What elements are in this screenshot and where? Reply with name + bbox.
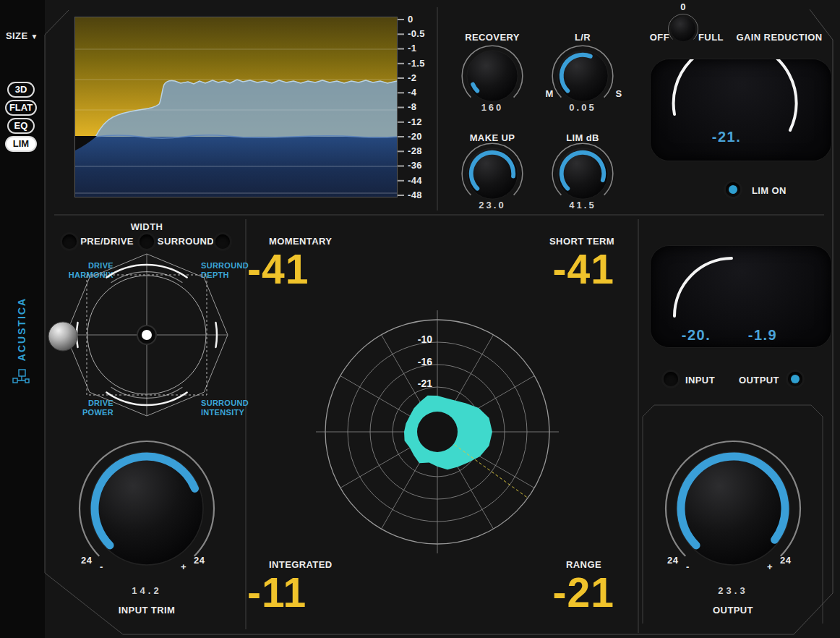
db-tick: -36 [408, 160, 422, 171]
plugin-window: SIZE ▼ 3D FLAT EQ LIM ACUSTICA [0, 0, 840, 638]
pre-drive-led[interactable] [62, 234, 77, 249]
short-term-value: -41 [499, 249, 614, 290]
output-value: 23.3 [690, 585, 776, 596]
lr-value: 0.05 [532, 102, 633, 113]
integrated-value: -11 [247, 572, 307, 613]
gain-reduction-value: -21. [680, 129, 773, 145]
input-trim-max: 24 [194, 555, 205, 566]
mode-button-3d[interactable]: 3D [7, 82, 35, 98]
lim-on-label: LIM ON [752, 185, 787, 196]
gain-reduction-title: GAIN REDUCTION [732, 32, 826, 43]
gr-full-label: FULL [698, 32, 734, 43]
output-min: 24 [667, 555, 678, 566]
makeup-knob[interactable] [460, 141, 525, 206]
db-tick: -8 [408, 101, 416, 112]
size-label: SIZE [6, 30, 28, 41]
range-label: RANGE [500, 559, 601, 570]
io-meter-out-value: -1.9 [727, 327, 799, 344]
mode-button-flat[interactable]: FLAT [5, 100, 37, 116]
db-tick: -48 [408, 190, 422, 200]
width-title: WIDTH [118, 221, 176, 232]
lim-on-led[interactable] [726, 182, 740, 197]
db-tick: -28 [408, 145, 422, 156]
db-tick: -4 [408, 87, 416, 98]
db-tick: -12 [408, 116, 422, 127]
brand-logo-text: ACUSTICA [16, 286, 27, 373]
mode-button-eq[interactable]: EQ [7, 118, 35, 134]
db-tick: 0 [408, 14, 413, 25]
limdb-value: 41.5 [532, 200, 633, 210]
io-meter: -20. -1.9 [651, 246, 831, 347]
recovery-label: RECOVERY [442, 32, 543, 43]
loudness-history-display [75, 17, 397, 197]
input-trim-value: 14.2 [103, 585, 190, 596]
momentary-value: -41 [247, 249, 309, 290]
input-trim-label: INPUT TRIM [103, 605, 190, 616]
db-tick: -1.5 [408, 58, 425, 69]
size-control[interactable]: SIZE ▼ [6, 30, 38, 41]
width-metal-knob [48, 322, 77, 351]
surround-led[interactable] [215, 234, 230, 249]
lr-max-label: S [612, 88, 626, 99]
recovery-knob[interactable] [460, 43, 525, 109]
io-meter-in-value: -20. [660, 327, 732, 344]
short-term-label: SHORT TERM [513, 236, 614, 247]
width-center-led[interactable] [140, 234, 154, 249]
db-tick: -44 [408, 175, 422, 186]
brand-logo-icon [12, 365, 31, 387]
makeup-value: 23.0 [442, 200, 543, 210]
gr-off-label: OFF [635, 32, 669, 43]
integrated-label: INTEGRATED [269, 559, 333, 570]
width-xy-pad[interactable] [56, 247, 237, 422]
output-minus: - [686, 561, 690, 572]
recovery-value: 160 [442, 102, 543, 113]
input-meter-led[interactable] [664, 372, 678, 386]
input-trim-min: 24 [81, 555, 92, 566]
db-tick: -20 [408, 131, 422, 142]
radar-ring-label: -10 [399, 333, 432, 345]
db-tick: -2 [408, 72, 416, 83]
lr-knob[interactable] [550, 43, 615, 109]
radar-ring-label: -21 [399, 378, 432, 389]
surround-label: SURROUND [155, 236, 217, 247]
output-plus: + [767, 561, 773, 572]
input-meter-label: INPUT [685, 375, 715, 386]
loudness-radar [314, 309, 560, 555]
output-max: 24 [780, 555, 791, 566]
range-value: -21 [499, 572, 614, 613]
output-meter-led[interactable] [788, 372, 802, 386]
output-label: OUTPUT [690, 605, 776, 616]
pre-drive-label: PRE/DRIVE [76, 236, 138, 247]
mode-button-lim[interactable]: LIM [5, 136, 37, 152]
lr-label: L/R [532, 32, 633, 43]
db-tick: -1 [408, 43, 416, 54]
output-meter-label: OUTPUT [739, 375, 779, 386]
input-trim-plus: + [181, 561, 187, 572]
gr-amount-value: 0 [672, 1, 694, 12]
lr-min-label: M [542, 88, 557, 99]
gain-reduction-meter: -21. [651, 59, 831, 161]
gr-amount-knob[interactable] [667, 13, 699, 45]
db-tick: -0.5 [408, 28, 425, 39]
momentary-label: MOMENTARY [269, 236, 332, 247]
input-trim-minus: - [100, 561, 103, 572]
size-caret-icon: ▼ [31, 33, 38, 41]
limdb-knob[interactable] [550, 141, 615, 206]
radar-ring-label: -16 [399, 356, 432, 367]
